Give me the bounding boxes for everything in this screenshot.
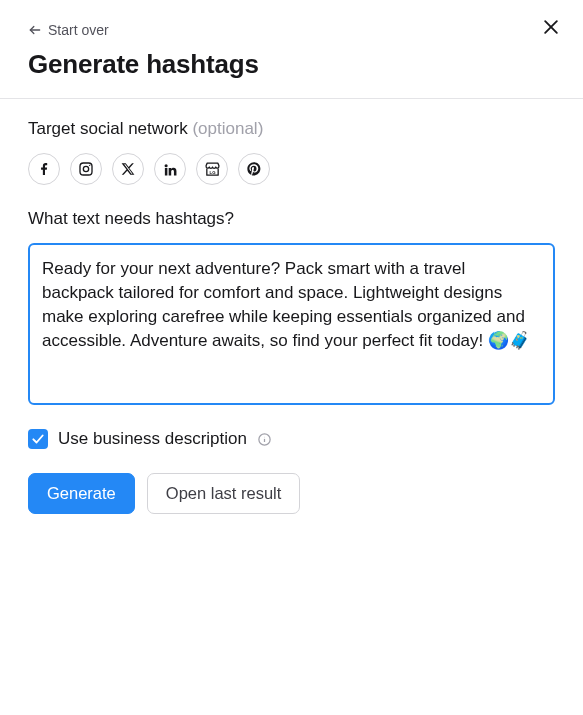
google-business-icon: LG [204,161,221,178]
prompt-label: What text needs hashtags? [28,209,555,229]
facebook-button[interactable] [28,153,60,185]
checkmark-icon [31,432,45,446]
open-last-result-button[interactable]: Open last result [147,473,301,514]
svg-text:LG: LG [209,169,216,174]
header: Start over Generate hashtags [0,0,583,99]
svg-point-4 [83,166,88,171]
arrow-left-icon [28,23,42,37]
business-desc-row: Use business description [28,429,555,449]
actions-row: Generate Open last result [28,473,555,514]
linkedin-icon [163,162,178,177]
use-business-desc-label: Use business description [58,429,247,449]
pinterest-button[interactable] [238,153,270,185]
generate-button[interactable]: Generate [28,473,135,514]
facebook-icon [36,161,52,177]
svg-rect-3 [80,163,92,175]
svg-point-9 [264,436,265,437]
target-network-label: Target social network (optional) [28,119,555,139]
linkedin-button[interactable] [154,153,186,185]
start-over-link[interactable]: Start over [28,22,109,38]
svg-point-5 [89,165,90,166]
instagram-button[interactable] [70,153,102,185]
social-network-row: LG [28,153,555,185]
textarea-wrap [28,243,555,409]
use-business-desc-checkbox[interactable] [28,429,48,449]
hashtag-text-input[interactable] [28,243,555,405]
x-icon [121,162,135,176]
optional-suffix: (optional) [192,119,263,138]
content: Target social network (optional) LG [0,99,583,534]
google-business-button[interactable]: LG [196,153,228,185]
close-button[interactable] [537,14,565,42]
target-network-label-text: Target social network [28,119,188,138]
start-over-label: Start over [48,22,109,38]
pinterest-icon [246,161,262,177]
instagram-icon [78,161,94,177]
close-icon [541,17,561,40]
x-twitter-button[interactable] [112,153,144,185]
info-icon[interactable] [257,432,272,447]
page-title: Generate hashtags [28,49,555,80]
